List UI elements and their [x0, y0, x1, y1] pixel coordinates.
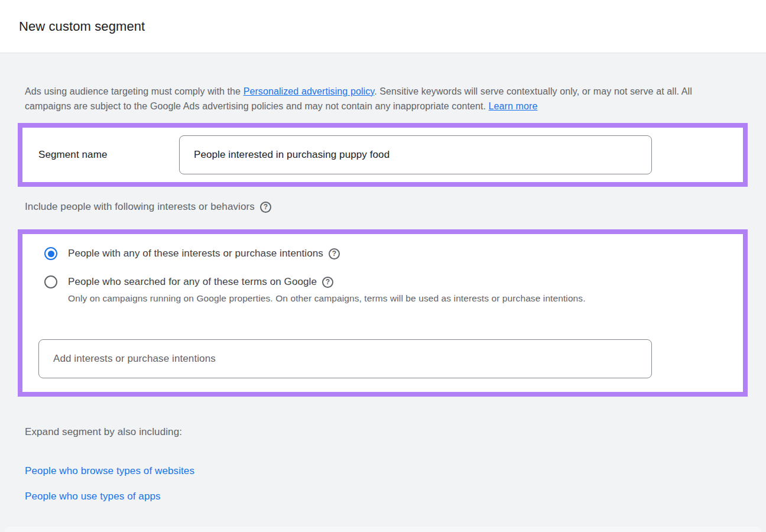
- help-icon[interactable]: ?: [329, 248, 340, 259]
- use-apps-link[interactable]: People who use types of apps: [25, 489, 741, 504]
- interests-highlight-box: People with any of these interests or pu…: [18, 229, 748, 397]
- radio-button-icon[interactable]: [44, 247, 57, 260]
- radio-option-search-terms[interactable]: People who searched for any of these ter…: [44, 274, 743, 290]
- help-icon[interactable]: ?: [260, 202, 271, 213]
- search-terms-description: Only on campaigns running on Google prop…: [68, 291, 640, 306]
- include-section-heading: Include people with following interests …: [25, 200, 741, 214]
- expand-section-heading: Expand segment by also including:: [25, 425, 741, 439]
- browse-websites-link[interactable]: People who browse types of websites: [25, 464, 741, 478]
- segment-name-highlight-box: Segment name: [18, 123, 748, 187]
- page-title: New custom segment: [19, 19, 145, 34]
- new-custom-segment-form: Ads using audience targeting must comply…: [0, 53, 766, 532]
- segment-name-label: Segment name: [38, 149, 179, 161]
- segment-name-input[interactable]: [179, 135, 652, 174]
- radio-option-label: People who searched for any of these ter…: [68, 274, 317, 290]
- segment-name-row: Segment name: [22, 135, 743, 174]
- include-heading-text: Include people with following interests …: [25, 200, 255, 214]
- audience-policy-disclaimer: Ads using audience targeting must comply…: [25, 84, 735, 113]
- next-card-top-edge: [5, 527, 761, 532]
- radio-option-interests[interactable]: People with any of these interests or pu…: [44, 246, 743, 261]
- page-header: New custom segment: [0, 0, 766, 53]
- add-interests-input[interactable]: [38, 339, 652, 378]
- radio-option-label: People with any of these interests or pu…: [68, 246, 323, 261]
- radio-button-icon[interactable]: [44, 275, 57, 288]
- help-icon[interactable]: ?: [322, 277, 333, 288]
- learn-more-link[interactable]: Learn more: [489, 101, 538, 111]
- disclaimer-text-start: Ads using audience targeting must comply…: [25, 86, 244, 96]
- personalized-advertising-policy-link[interactable]: Personalized advertising policy: [244, 86, 375, 96]
